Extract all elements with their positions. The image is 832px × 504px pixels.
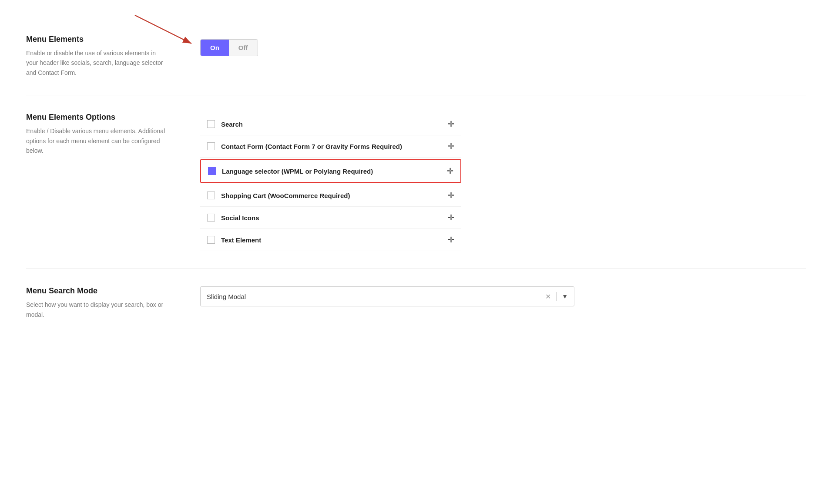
- menu-search-mode-right: Sliding Modal ✕ ▼: [200, 286, 806, 306]
- menu-elements-options-right: Search ✛ Contact Form (Contact Form 7 or…: [200, 113, 806, 251]
- option-item-language-selector: Language selector (WPML or Polylang Requ…: [200, 159, 461, 183]
- toggle-off-button[interactable]: Off: [229, 40, 258, 56]
- menu-elements-options-left: Menu Elements Options Enable / Disable v…: [26, 113, 165, 155]
- checkbox-text-element[interactable]: [207, 236, 215, 244]
- menu-elements-left: Menu Elements Enable or disable the use …: [26, 35, 165, 77]
- option-label-search: Search: [221, 121, 442, 128]
- drag-handle-language-selector[interactable]: ✛: [447, 166, 453, 176]
- dropdown-arrow-icon[interactable]: ▼: [562, 293, 568, 300]
- dropdown-divider: [556, 292, 557, 301]
- drag-handle-search[interactable]: ✛: [448, 119, 454, 129]
- search-mode-dropdown[interactable]: Sliding Modal ✕ ▼: [200, 286, 574, 306]
- menu-elements-section: Menu Elements Enable or disable the use …: [26, 17, 806, 95]
- dropdown-clear-icon[interactable]: ✕: [545, 292, 551, 301]
- menu-search-mode-desc: Select how you want to display your sear…: [26, 300, 165, 319]
- option-label-shopping-cart: Shopping Cart (WooCommerce Required): [221, 192, 442, 199]
- menu-elements-title: Menu Elements: [26, 35, 165, 44]
- option-item-social-icons: Social Icons ✛: [200, 207, 461, 229]
- checkbox-shopping-cart[interactable]: [207, 192, 215, 199]
- checkbox-social-icons[interactable]: [207, 214, 215, 222]
- option-item-text-element: Text Element ✛: [200, 229, 461, 251]
- drag-handle-social-icons[interactable]: ✛: [448, 213, 454, 222]
- option-item-shopping-cart: Shopping Cart (WooCommerce Required) ✛: [200, 185, 461, 207]
- option-item-search: Search ✛: [200, 113, 461, 135]
- menu-search-mode-section: Menu Search Mode Select how you want to …: [26, 269, 806, 337]
- menu-search-mode-title: Menu Search Mode: [26, 286, 165, 296]
- menu-elements-options-title: Menu Elements Options: [26, 113, 165, 122]
- drag-handle-shopping-cart[interactable]: ✛: [448, 191, 454, 200]
- checkbox-contact-form[interactable]: [207, 142, 215, 150]
- drag-handle-text-element[interactable]: ✛: [448, 235, 454, 245]
- options-list: Search ✛ Contact Form (Contact Form 7 or…: [200, 113, 461, 251]
- drag-handle-contact-form[interactable]: ✛: [448, 141, 454, 151]
- option-label-text-element: Text Element: [221, 236, 442, 244]
- page-container: Menu Elements Enable or disable the use …: [0, 0, 832, 354]
- menu-elements-options-layout: Menu Elements Options Enable / Disable v…: [26, 113, 806, 251]
- checkbox-search[interactable]: [207, 120, 215, 128]
- menu-search-mode-left: Menu Search Mode Select how you want to …: [26, 286, 165, 319]
- menu-search-mode-layout: Menu Search Mode Select how you want to …: [26, 286, 806, 319]
- checkbox-language-selector[interactable]: [208, 167, 216, 175]
- menu-elements-options-section: Menu Elements Options Enable / Disable v…: [26, 95, 806, 269]
- option-label-social-icons: Social Icons: [221, 214, 442, 222]
- menu-elements-desc: Enable or disable the use of various ele…: [26, 48, 165, 77]
- option-label-contact-form: Contact Form (Contact Form 7 or Gravity …: [221, 143, 442, 150]
- menu-elements-layout: Menu Elements Enable or disable the use …: [26, 35, 806, 77]
- option-item-contact-form: Contact Form (Contact Form 7 or Gravity …: [200, 135, 461, 158]
- menu-elements-right: On Off: [200, 35, 806, 56]
- arrow-container: On Off: [200, 35, 806, 56]
- toggle-on-button[interactable]: On: [201, 40, 229, 56]
- search-mode-value: Sliding Modal: [207, 293, 545, 300]
- menu-elements-options-desc: Enable / Disable various menu elements. …: [26, 126, 165, 155]
- menu-elements-toggle[interactable]: On Off: [200, 39, 258, 56]
- dropdown-actions: ✕ ▼: [545, 292, 568, 301]
- option-label-language-selector: Language selector (WPML or Polylang Requ…: [222, 168, 441, 175]
